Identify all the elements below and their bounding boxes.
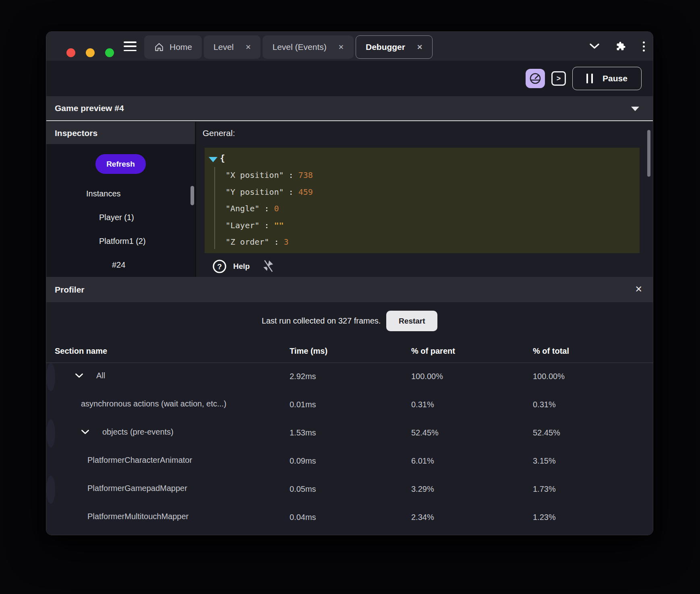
section-name-label: asynchronous actions (wait action, etc..… [81,399,226,408]
tree-item-player-1[interactable]: Player (1) [46,206,195,229]
column-section-name: Section name [55,346,107,356]
json-separator: : [269,237,284,247]
column-percent-parent: % of parent [411,346,455,356]
section-name-cell: objects (pre-events) [55,427,174,437]
tab-bar: HomeLevel✕Level (Events)✕Debugger✕ [46,32,653,61]
restart-button[interactable]: Restart [386,311,437,331]
section-name-cell: PlatformerCharacterAnimator [55,456,192,465]
general-panel: General: { "X position" : 738"Y position… [196,122,653,277]
tab-level[interactable]: Level✕ [204,35,261,59]
main-menu-icon[interactable] [124,41,137,51]
time-cell: 0.04ms [290,513,316,522]
tab-label: Debugger [366,42,405,52]
percent-parent-cell: 2.34% [411,513,434,522]
tab-debugger[interactable]: Debugger✕ [356,35,433,59]
profiler-row-platformergamepadmapper[interactable]: PlatformerGamepadMapper0.05ms3.29%1.73% [46,476,55,504]
console-icon: > [557,74,561,83]
json-value: "" [274,221,284,230]
profiler-row-asynchronous-actions-wait-action-etc[interactable]: asynchronous actions (wait action, etc..… [46,391,653,419]
collapse-caret-icon[interactable] [631,107,639,111]
game-preview-header[interactable]: Game preview #4 [46,96,653,121]
json-key: "Layer" [226,221,259,230]
extensions-puzzle-icon[interactable] [615,41,626,52]
profiler-row-all[interactable]: All2.92ms100.00%100.00% [46,363,55,391]
maximize-window-button[interactable] [105,48,114,57]
profiler-row-platformermultitouchmapper[interactable]: PlatformerMultitouchMapper0.04ms2.34%1.2… [46,504,653,532]
inspectors-scrollbar-thumb[interactable] [191,186,194,205]
section-name-label: PlatformerGamepadMapper [87,484,187,493]
expand-triangle-icon[interactable] [209,157,217,162]
profiler-close-icon[interactable]: ✕ [635,283,642,295]
help-row: ? Help [212,257,275,276]
chevron-down-icon[interactable] [589,43,600,50]
percent-parent-cell: 6.01% [411,456,434,466]
general-scrollbar-thumb[interactable] [647,130,650,177]
profiler-status-row: Last run collected on 327 frames. Restar… [46,311,653,331]
time-cell: 1.53ms [290,428,316,437]
tree-item-instances[interactable]: Instances [46,182,195,206]
column-percent-total: % of total [533,346,569,356]
row-chevron-down-icon[interactable] [75,373,83,378]
tab-label: Level [213,42,234,52]
tree-item-platform1-2[interactable]: Platform1 (2) [46,229,195,253]
tab-strip: HomeLevel✕Level (Events)✕Debugger✕ [144,35,433,59]
profiler-row-objects-pre-events[interactable]: objects (pre-events)1.53ms52.45%52.45% [46,419,55,448]
help-label[interactable]: Help [233,262,250,271]
section-name-cell: PlatformerMultitouchMapper [55,512,188,521]
svg-text:?: ? [217,262,222,271]
game-preview-title: Game preview #4 [55,103,124,113]
debugger-window: HomeLevel✕Level (Events)✕Debugger✕ > Pau… [46,31,653,535]
json-entry-y-position: "Y position" : 459 [226,184,636,201]
json-viewer: { "X position" : 738"Y position" : 459"A… [205,148,640,253]
section-name-cell: asynchronous actions (wait action, etc..… [55,399,226,408]
debugger-toolbar: > Pause [46,61,653,96]
json-entry-x-position: "X position" : 738 [226,167,636,184]
kebab-menu-icon[interactable] [641,40,646,53]
unpin-icon[interactable] [262,260,275,273]
refresh-button[interactable]: Refresh [95,154,146,174]
console-button[interactable]: > [551,71,566,86]
row-chevron-down-icon[interactable] [81,429,89,435]
inspectors-title: Inspectors [55,128,97,138]
json-value: 0 [274,204,279,213]
profiler-toggle-button[interactable] [526,69,545,88]
percent-parent-cell: 0.31% [411,400,434,409]
tab-home[interactable]: Home [144,35,202,59]
tab-label: Level (Events) [272,42,326,52]
json-key: "Z order" [226,237,269,247]
section-name-label: PlatformerCharacterAnimator [87,456,192,465]
tab-close-icon[interactable]: ✕ [338,43,344,52]
tab-level-events[interactable]: Level (Events)✕ [263,35,353,59]
tab-close-icon[interactable]: ✕ [417,43,422,52]
profiler-status-text: Last run collected on 327 frames. [262,316,381,326]
section-name-cell: PlatformerGamepadMapper [55,484,187,493]
section-name-label: PlatformerMultitouchMapper [87,512,188,521]
minimize-window-button[interactable] [86,48,95,57]
help-icon[interactable]: ? [212,259,227,274]
tree-item-24[interactable]: #24 [46,253,195,277]
profiler-row-platformercharacteranimator[interactable]: PlatformerCharacterAnimator0.09ms6.01%3.… [46,448,653,476]
tab-label: Home [170,42,192,52]
percent-parent-cell: 3.29% [411,485,434,494]
percent-total-cell: 52.45% [533,428,560,437]
window-controls [66,48,114,57]
json-entry-layer: "Layer" : "" [226,217,636,234]
section-name-label: objects (pre-events) [102,427,174,437]
pause-button[interactable]: Pause [572,67,642,90]
section-name-cell: All [55,371,105,380]
tabbar-right-icons [589,32,646,61]
percent-total-cell: 1.73% [533,485,556,494]
profiler-table-header: Section name Time (ms) % of parent % of … [46,341,653,363]
json-indent-guide [214,167,215,249]
home-icon [154,42,164,52]
percent-parent-cell: 100.00% [411,372,443,381]
json-value: 459 [298,187,313,197]
close-window-button[interactable] [66,48,75,57]
section-name-label: All [96,371,105,380]
json-key: "Angle" [226,204,259,213]
tab-close-icon[interactable]: ✕ [245,43,251,52]
speedometer-icon [529,72,541,85]
time-cell: 2.92ms [290,372,316,381]
json-separator: : [284,187,298,197]
pause-icon [586,74,593,83]
